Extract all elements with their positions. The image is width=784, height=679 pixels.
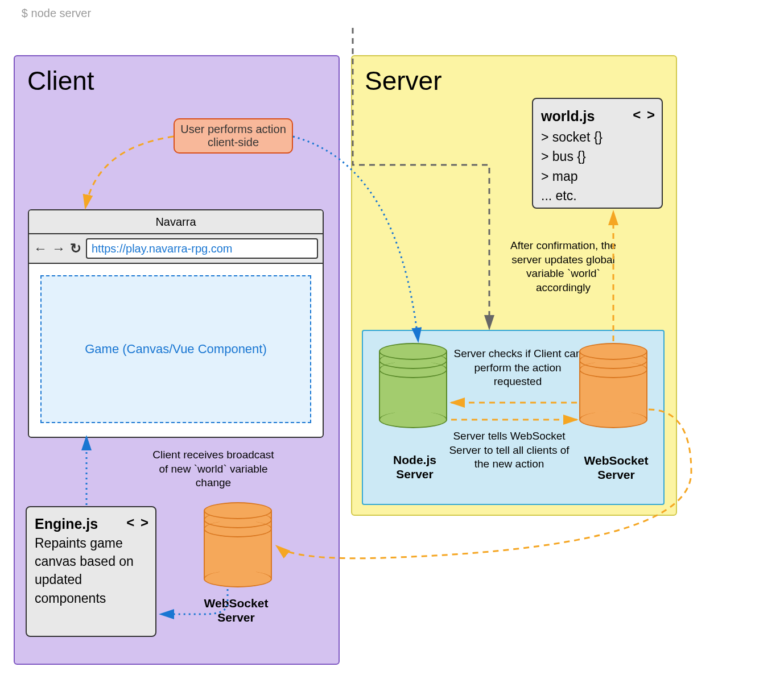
game-canvas-label: Game (Canvas/Vue Component) <box>85 342 267 357</box>
client-title: Client <box>27 65 94 96</box>
browser-body: Game (Canvas/Vue Component) <box>29 264 323 437</box>
user-action-callout: User performs action client-side <box>174 118 293 154</box>
websocket-server-label-left: WebSocket Server <box>193 596 279 624</box>
engine-box: < > Engine.js Repaints game canvas based… <box>26 506 156 637</box>
world-line: > bus {} <box>541 147 654 167</box>
nodejs-server-label: Node.js Server <box>373 453 456 481</box>
world-line: > socket {} <box>541 127 654 147</box>
after-confirm-note: After confirmation, the server updates g… <box>498 239 629 295</box>
command-box: $ node server <box>0 0 113 26</box>
server-checks-note: Server checks if Client can perform the … <box>452 347 583 389</box>
forward-icon[interactable]: → <box>52 241 65 256</box>
server-tells-note: Server tells WebSocket Server to tell al… <box>447 429 572 471</box>
world-box: < > world.js > socket {} > bus {} > map … <box>532 98 663 209</box>
game-canvas: Game (Canvas/Vue Component) <box>40 275 311 423</box>
websocket-server-cylinder-left <box>204 502 272 587</box>
browser-titlebar: Navarra <box>29 210 323 234</box>
websocket-server-cylinder-right <box>579 343 647 428</box>
code-icon: < > <box>633 105 656 125</box>
server-title: Server <box>365 65 441 96</box>
code-icon: < > <box>126 513 150 532</box>
url-bar[interactable]: https://play.navarra-rpg.com <box>86 238 318 259</box>
engine-body: Repaints game canvas based on updated co… <box>35 534 147 607</box>
reload-icon[interactable]: ↻ <box>70 241 81 256</box>
user-action-text: User performs action client-side <box>177 123 290 149</box>
browser-title: Navarra <box>155 216 196 229</box>
world-line: > map <box>541 167 654 187</box>
browser-window: Navarra ← → ↻ https://play.navarra-rpg.c… <box>28 209 324 438</box>
back-icon[interactable]: ← <box>34 241 47 256</box>
world-line: ... etc. <box>541 186 654 206</box>
client-receives-note: Client receives broadcast of new `world`… <box>151 448 276 490</box>
command-text: $ node server <box>22 7 91 20</box>
url-text: https://play.navarra-rpg.com <box>92 242 233 255</box>
websocket-server-label-right: WebSocket Server <box>573 453 659 482</box>
nodejs-server-cylinder <box>379 343 447 428</box>
browser-navbar: ← → ↻ https://play.navarra-rpg.com <box>29 234 323 264</box>
